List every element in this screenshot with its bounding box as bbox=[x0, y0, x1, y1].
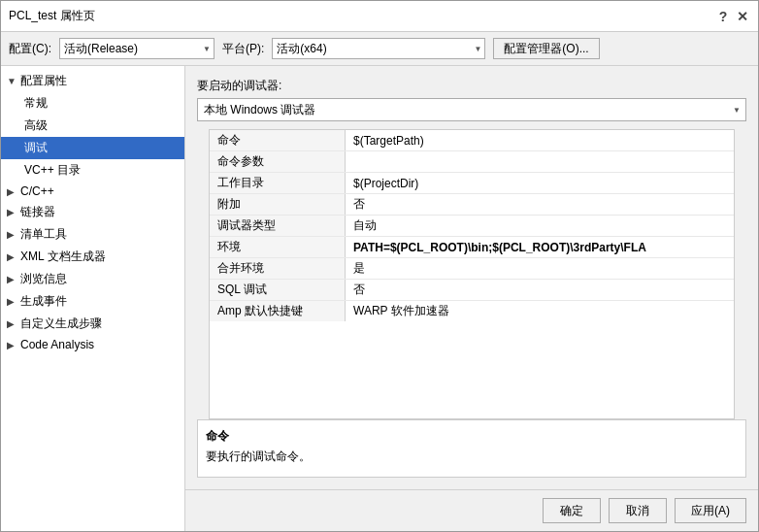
sidebar-item-general[interactable]: 常规 bbox=[1, 92, 184, 115]
debugger-select-row: 本地 Windows 调试器 bbox=[185, 98, 758, 129]
expand-arrow-icon: ▶ bbox=[7, 340, 18, 350]
main-window: PCL_test 属性页 ? ✕ 配置(C): 活动(Release) 平台(P… bbox=[0, 0, 759, 532]
sidebar-item-label: 浏览信息 bbox=[20, 271, 67, 287]
platform-label: 平台(P): bbox=[222, 41, 264, 57]
sidebar-item-config-properties[interactable]: ▼ 配置属性 bbox=[1, 70, 184, 92]
prop-value-cell: 否 bbox=[346, 280, 734, 300]
bottom-buttons: 确定 取消 应用(A) bbox=[185, 489, 758, 531]
sidebar-item-label: 生成事件 bbox=[20, 293, 67, 310]
table-row[interactable]: 调试器类型自动 bbox=[210, 216, 734, 237]
expand-arrow-icon: ▶ bbox=[7, 186, 18, 197]
table-row[interactable]: 环境PATH=$(PCL_ROOT)\bin;$(PCL_ROOT)\3rdPa… bbox=[210, 237, 734, 258]
cancel-button[interactable]: 取消 bbox=[609, 498, 667, 523]
sidebar-item-linker[interactable]: ▶ 链接器 bbox=[1, 201, 184, 223]
prop-name-cell: 命令参数 bbox=[210, 151, 346, 172]
properties-table-wrapper: 命令$(TargetPath)命令参数工作目录$(ProjectDir)附加否调… bbox=[197, 129, 746, 419]
title-bar-left: PCL_test 属性页 bbox=[9, 8, 95, 24]
prop-name-cell: Amp 默认快捷键 bbox=[210, 301, 346, 321]
prop-name-cell: SQL 调试 bbox=[210, 280, 346, 300]
apply-button[interactable]: 应用(A) bbox=[675, 498, 746, 523]
prop-value-cell: PATH=$(PCL_ROOT)\bin;$(PCL_ROOT)\3rdPart… bbox=[346, 237, 734, 257]
expand-arrow-icon: ▶ bbox=[7, 251, 18, 262]
right-panel-inner: 要启动的调试器: 本地 Windows 调试器 命令$(TargetPath)命… bbox=[185, 66, 758, 489]
sidebar-item-label: 链接器 bbox=[20, 204, 55, 220]
table-row[interactable]: 命令$(TargetPath) bbox=[210, 130, 734, 151]
prop-value-cell: 自动 bbox=[346, 216, 734, 236]
sidebar-item-manifest[interactable]: ▶ 清单工具 bbox=[1, 223, 184, 246]
collapse-arrow-icon: ▼ bbox=[7, 76, 18, 86]
main-content: ▼ 配置属性 常规 高级 调试 VC++ 目录 ▶ C/C++ ▶ 链接器 bbox=[1, 66, 758, 531]
detail-description: 要执行的调试命令。 bbox=[206, 449, 738, 465]
help-button[interactable]: ? bbox=[715, 9, 731, 24]
sidebar-item-cpp[interactable]: ▶ C/C++ bbox=[1, 182, 184, 201]
debugger-select-wrapper: 本地 Windows 调试器 bbox=[197, 98, 746, 121]
prop-name-cell: 命令 bbox=[210, 130, 346, 150]
prop-value-cell: $(ProjectDir) bbox=[346, 173, 734, 193]
table-row[interactable]: SQL 调试否 bbox=[210, 280, 734, 301]
sidebar-item-label: 调试 bbox=[24, 140, 48, 156]
sidebar-item-label: VC++ 目录 bbox=[24, 162, 81, 179]
table-row[interactable]: 合并环境是 bbox=[210, 258, 734, 280]
window-title: PCL_test 属性页 bbox=[9, 8, 95, 24]
sidebar-item-label: XML 文档生成器 bbox=[20, 249, 106, 265]
detail-title: 命令 bbox=[206, 428, 738, 445]
prop-name-cell: 工作目录 bbox=[210, 173, 346, 193]
sidebar-item-label: 常规 bbox=[24, 95, 48, 112]
title-bar-right: ? ✕ bbox=[715, 9, 750, 24]
prop-name-cell: 环境 bbox=[210, 237, 346, 257]
sidebar-item-label: C/C++ bbox=[20, 184, 54, 198]
right-panel: 要启动的调试器: 本地 Windows 调试器 命令$(TargetPath)命… bbox=[185, 66, 758, 531]
config-label: 配置(C): bbox=[9, 41, 51, 57]
table-row[interactable]: 附加否 bbox=[210, 194, 734, 216]
prop-name-cell: 调试器类型 bbox=[210, 216, 346, 236]
config-select[interactable]: 活动(Release) bbox=[59, 38, 214, 59]
sidebar-item-build-events[interactable]: ▶ 生成事件 bbox=[1, 290, 184, 313]
prop-value-cell: 否 bbox=[346, 194, 734, 215]
config-mgr-button[interactable]: 配置管理器(O)... bbox=[493, 38, 599, 59]
prop-value-cell: 是 bbox=[346, 258, 734, 279]
expand-arrow-icon: ▶ bbox=[7, 274, 18, 284]
table-row[interactable]: 工作目录$(ProjectDir) bbox=[210, 173, 734, 194]
sidebar-item-label: 清单工具 bbox=[20, 226, 67, 243]
sidebar-item-label: Code Analysis bbox=[20, 338, 94, 351]
ok-button[interactable]: 确定 bbox=[543, 498, 601, 523]
title-bar: PCL_test 属性页 ? ✕ bbox=[1, 1, 758, 32]
expand-arrow-icon: ▶ bbox=[7, 229, 18, 240]
detail-section: 命令 要执行的调试命令。 bbox=[197, 419, 746, 478]
prop-value-cell: $(TargetPath) bbox=[346, 130, 734, 150]
sidebar: ▼ 配置属性 常规 高级 调试 VC++ 目录 ▶ C/C++ ▶ 链接器 bbox=[1, 66, 185, 531]
debugger-header: 要启动的调试器: bbox=[185, 70, 758, 98]
close-button[interactable]: ✕ bbox=[735, 9, 750, 24]
expand-arrow-icon: ▶ bbox=[7, 207, 18, 217]
sidebar-root-label: 配置属性 bbox=[20, 73, 67, 89]
toolbar: 配置(C): 活动(Release) 平台(P): 活动(x64) 配置管理器(… bbox=[1, 32, 758, 66]
sidebar-item-vc-dirs[interactable]: VC++ 目录 bbox=[1, 159, 184, 182]
platform-select[interactable]: 活动(x64) bbox=[272, 38, 485, 59]
table-row[interactable]: 命令参数 bbox=[210, 151, 734, 173]
sidebar-item-browse[interactable]: ▶ 浏览信息 bbox=[1, 268, 184, 290]
sidebar-item-xml[interactable]: ▶ XML 文档生成器 bbox=[1, 246, 184, 268]
config-select-wrapper: 活动(Release) bbox=[59, 38, 214, 59]
prop-name-cell: 附加 bbox=[210, 194, 346, 215]
sidebar-item-debug[interactable]: 调试 bbox=[1, 137, 184, 159]
prop-value-cell: WARP 软件加速器 bbox=[346, 301, 734, 321]
prop-name-cell: 合并环境 bbox=[210, 258, 346, 279]
sidebar-item-label: 高级 bbox=[24, 117, 48, 134]
expand-arrow-icon: ▶ bbox=[7, 318, 18, 329]
platform-select-wrapper: 活动(x64) bbox=[272, 38, 485, 59]
sidebar-item-custom-build[interactable]: ▶ 自定义生成步骤 bbox=[1, 313, 184, 335]
sidebar-item-code-analysis[interactable]: ▶ Code Analysis bbox=[1, 335, 184, 354]
expand-arrow-icon: ▶ bbox=[7, 296, 18, 307]
sidebar-item-label: 自定义生成步骤 bbox=[20, 316, 102, 332]
sidebar-item-advanced[interactable]: 高级 bbox=[1, 115, 184, 137]
prop-value-cell bbox=[346, 151, 734, 172]
properties-table: 命令$(TargetPath)命令参数工作目录$(ProjectDir)附加否调… bbox=[209, 129, 735, 419]
debugger-select[interactable]: 本地 Windows 调试器 bbox=[197, 98, 746, 121]
debugger-header-label: 要启动的调试器: bbox=[197, 79, 281, 92]
table-row[interactable]: Amp 默认快捷键WARP 软件加速器 bbox=[210, 301, 734, 321]
